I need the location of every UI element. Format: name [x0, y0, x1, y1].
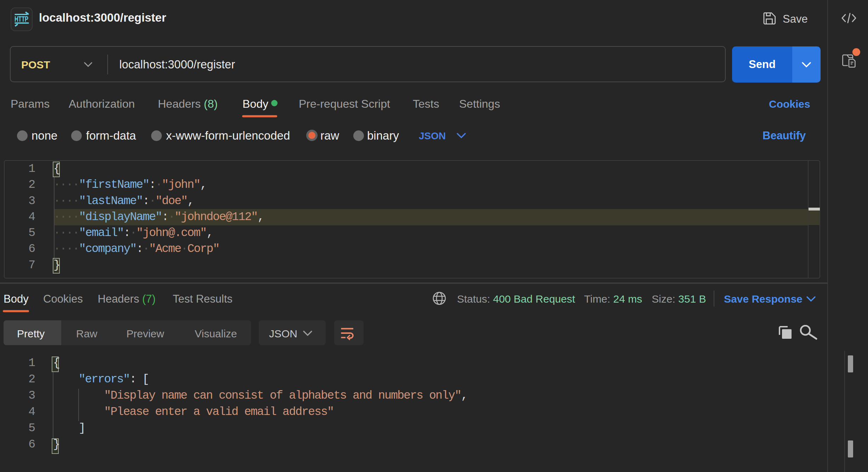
svg-text:HTTP: HTTP	[15, 15, 28, 23]
